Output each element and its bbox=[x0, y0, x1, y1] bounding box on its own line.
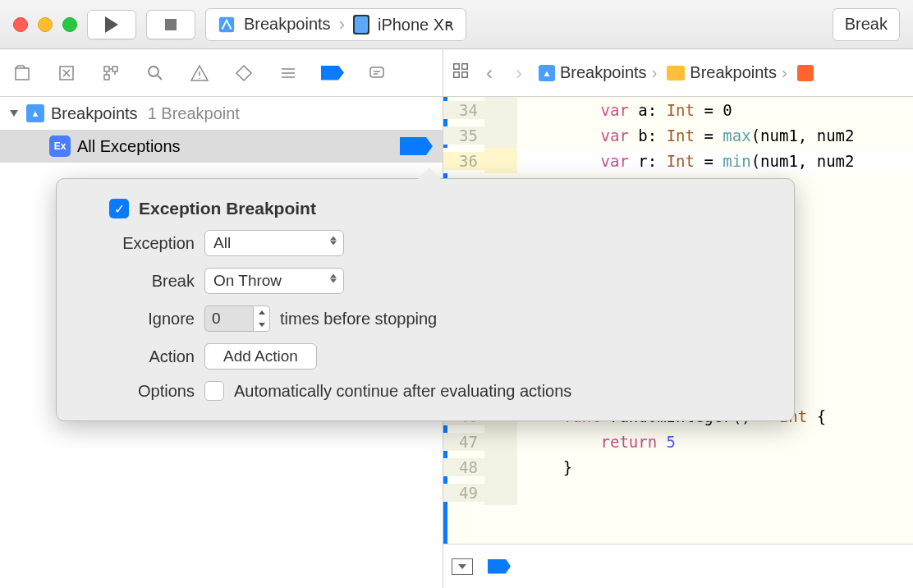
breakpoint-tag-icon bbox=[321, 66, 344, 80]
scheme-name: Breakpoints bbox=[244, 15, 331, 34]
test-nav-icon[interactable] bbox=[232, 61, 256, 85]
line-number: 49 bbox=[443, 484, 484, 502]
editor-bottom-bar bbox=[443, 544, 913, 588]
breakpoint-label: All Exceptions bbox=[77, 137, 181, 156]
break-label: Break bbox=[80, 272, 195, 291]
scheme-selector[interactable]: Breakpoints › iPhone Xʀ bbox=[205, 8, 466, 41]
chevron-right-icon: › bbox=[652, 63, 658, 82]
select-value: On Throw bbox=[213, 272, 282, 290]
find-nav-icon[interactable] bbox=[143, 61, 167, 85]
code-line: 47 return 5 bbox=[443, 429, 913, 454]
breakpoint-count: 1 Breakpoint bbox=[148, 104, 240, 123]
chevron-right-icon: › bbox=[339, 14, 345, 35]
breakpoint-nav-icon[interactable] bbox=[320, 61, 345, 85]
device-name: iPhone Xʀ bbox=[378, 15, 454, 34]
exception-select[interactable]: All bbox=[204, 230, 344, 256]
svg-rect-8 bbox=[462, 64, 467, 69]
swift-file-icon bbox=[797, 65, 814, 81]
code-line: 35 var b: Int = max(num1, num2 bbox=[443, 122, 913, 148]
zoom-icon[interactable] bbox=[62, 17, 77, 32]
svg-rect-7 bbox=[454, 64, 459, 69]
debug-nav-icon[interactable] bbox=[276, 61, 301, 85]
line-number: 35 bbox=[443, 126, 484, 145]
line-number: 47 bbox=[443, 433, 484, 451]
svg-point-5 bbox=[149, 67, 158, 76]
line-number: 36 bbox=[443, 152, 484, 170]
close-icon[interactable] bbox=[13, 17, 28, 32]
code-line: 49 bbox=[443, 480, 913, 505]
stop-icon bbox=[165, 19, 177, 30]
ignore-label: Ignore bbox=[80, 310, 195, 328]
crumb-label: Breakpoints bbox=[560, 63, 647, 82]
activity-button[interactable]: Break bbox=[833, 8, 900, 41]
chevron-right-icon: › bbox=[782, 63, 787, 82]
crumb-label: Breakpoints bbox=[690, 63, 777, 82]
svg-rect-6 bbox=[370, 67, 383, 77]
stop-button[interactable] bbox=[146, 10, 195, 39]
input-value: 0 bbox=[212, 310, 221, 328]
project-nav-icon[interactable] bbox=[10, 61, 34, 85]
titlebar: Breakpoints › iPhone Xʀ Break bbox=[0, 0, 913, 49]
source-control-nav-icon[interactable] bbox=[54, 61, 79, 85]
select-value: All bbox=[213, 234, 231, 252]
popover-title-row: ✓ Exception Breakpoint bbox=[80, 199, 771, 218]
crumb-file[interactable] bbox=[797, 65, 814, 81]
ignore-suffix: times before stopping bbox=[280, 310, 437, 328]
ignore-stepper[interactable] bbox=[254, 305, 270, 332]
break-select[interactable]: On Throw bbox=[204, 268, 344, 294]
disclosure-triangle-icon[interactable] bbox=[10, 110, 18, 117]
project-label: Breakpoints bbox=[51, 104, 138, 123]
minimize-icon[interactable] bbox=[38, 17, 53, 32]
svg-rect-9 bbox=[454, 72, 459, 77]
svg-rect-3 bbox=[112, 67, 117, 71]
svg-rect-2 bbox=[104, 67, 109, 71]
button-label: Add Action bbox=[223, 347, 298, 365]
line-number: 48 bbox=[443, 458, 484, 476]
action-label: Action bbox=[80, 347, 195, 366]
code-line: 36 var r: Int = min(num1, num2 bbox=[443, 148, 913, 173]
auto-continue-checkbox[interactable]: ✓ bbox=[204, 381, 224, 401]
run-button[interactable] bbox=[87, 10, 136, 39]
related-items-icon[interactable] bbox=[452, 62, 470, 84]
back-button[interactable]: ‹ bbox=[479, 62, 499, 85]
window-controls bbox=[13, 17, 77, 32]
forward-button[interactable]: › bbox=[509, 62, 529, 85]
auto-continue-label: Automatically continue after evaluating … bbox=[234, 382, 571, 401]
xcode-project-icon: ▲ bbox=[26, 104, 44, 122]
exception-label: Exception bbox=[80, 234, 195, 253]
svg-rect-4 bbox=[104, 75, 109, 80]
crumb-folder[interactable]: Breakpoints › bbox=[667, 63, 787, 82]
breakpoint-row[interactable]: Ex All Exceptions bbox=[0, 130, 443, 163]
folder-icon bbox=[667, 66, 685, 80]
svg-rect-10 bbox=[462, 72, 467, 77]
navigator-tabs bbox=[0, 49, 443, 97]
enabled-checkbox[interactable]: ✓ bbox=[109, 199, 129, 218]
code-line: 34 var a: Int = 0 bbox=[443, 97, 913, 122]
symbol-nav-icon[interactable] bbox=[99, 61, 123, 85]
options-label: Options bbox=[80, 382, 195, 401]
breakpoint-editor-popover: ✓ Exception Breakpoint Exception All Bre… bbox=[56, 178, 795, 421]
crumb-project[interactable]: ▲ Breakpoints › bbox=[539, 63, 657, 82]
line-number: 34 bbox=[443, 101, 484, 119]
ignore-input[interactable]: 0 bbox=[204, 305, 254, 332]
exception-icon: Ex bbox=[49, 136, 71, 157]
phone-icon bbox=[353, 15, 369, 34]
popover-title: Exception Breakpoint bbox=[139, 199, 316, 218]
activity-label: Break bbox=[845, 15, 888, 34]
xcode-icon bbox=[218, 16, 236, 34]
code-line: 48 } bbox=[443, 454, 913, 480]
breakpoint-enabled-marker[interactable] bbox=[400, 137, 433, 155]
play-icon bbox=[105, 16, 118, 33]
issue-nav-icon[interactable] bbox=[187, 61, 212, 85]
project-row[interactable]: ▲ Breakpoints 1 Breakpoint bbox=[0, 97, 443, 130]
filter-dropdown-icon[interactable] bbox=[452, 558, 473, 575]
add-action-button[interactable]: Add Action bbox=[204, 343, 317, 370]
breakpoint-toggle-icon[interactable] bbox=[488, 559, 511, 574]
editor-path-bar: ‹ › ▲ Breakpoints › Breakpoints › bbox=[443, 49, 913, 97]
report-nav-icon[interactable] bbox=[365, 61, 389, 85]
xcode-project-icon: ▲ bbox=[539, 65, 555, 81]
